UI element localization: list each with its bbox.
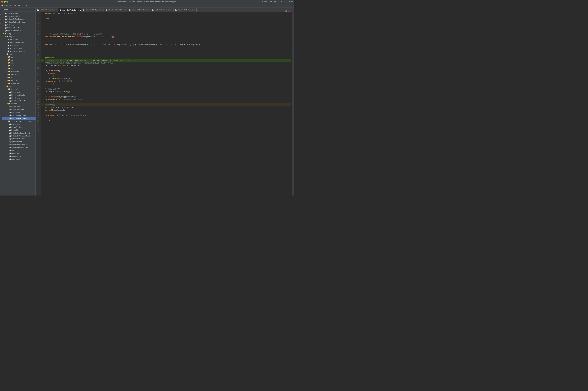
minimize-button[interactable] [4, 1, 6, 2]
tab-close-btn[interactable]: ✕ [56, 9, 57, 11]
tree-item[interactable]: ☕NettyServerHandler [2, 47, 35, 50]
sort-btn[interactable]: ↕ [21, 4, 24, 7]
tree-item-bio[interactable]: ▸ 📁 bio [2, 61, 35, 64]
tree-item[interactable]: ☕FileLock [2, 149, 35, 152]
tree-item[interactable]: ☕ByteBufferChannelRead [2, 134, 35, 137]
tree-item-directbuffer[interactable]: ▸ 📁 directbuffer [2, 70, 35, 73]
tab-nettyserverhandler[interactable]: ☕ example3/NettyServerHandler.java ✕ [127, 8, 150, 12]
project-selector[interactable]: 📁 Project ▾ [1, 4, 11, 6]
close-button[interactable] [1, 1, 3, 2]
tree-item[interactable]: ☕MyServer [2, 23, 35, 26]
project-tree[interactable]: ☕MyClientHandler ☕MyClientInitializer ☕M… [2, 12, 35, 196]
code-content[interactable]: package com.tuling.nio.example3; import … [43, 12, 292, 196]
tree-item[interactable]: ☕MyLongToByteEncoder [2, 17, 35, 20]
tree-item[interactable]: ☕NettyClient [2, 91, 35, 94]
maven-sidebar-icon[interactable]: Maven [292, 17, 294, 26]
tree-item-aio[interactable]: ▸ 📁 aio [2, 56, 35, 58]
tab-nettyserver[interactable]: ☕ example3/NettyServer.java ✕ [81, 8, 104, 12]
line-num-39: 39 [36, 111, 40, 114]
code-line-22 [45, 67, 291, 70]
tree-item[interactable]: ☕LeakDemo [2, 158, 35, 161]
tree-item[interactable]: ☕GuessTest [2, 152, 35, 155]
line-num-7: 7 [36, 28, 40, 30]
tab-nettyserverhandler2[interactable]: ☕ example3/NettyServerHandler2.java ✕ [58, 8, 81, 12]
restservices-sidebar-icon[interactable]: RestServices [292, 35, 294, 45]
tree-item[interactable]: ☕NettyClientHandler [2, 41, 35, 44]
sidebar-structure-icon[interactable]: S [0, 21, 2, 26]
tree-item[interactable]: ☕MyClientHandler [2, 12, 35, 15]
tree-item[interactable]: ☕MyClientInitializer [2, 15, 35, 17]
tree-item[interactable]: ☕NettyServer [2, 44, 35, 47]
tree-item-base[interactable]: ▸ 📁 base [2, 58, 35, 61]
tree-item[interactable]: ☕MyLongToStringDecoder [2, 20, 35, 23]
tree-item-lfdfd[interactable]: ▸ 📁 length.field.based.frame.decoder [2, 120, 35, 123]
sidebar-commit-icon[interactable]: C [0, 12, 2, 17]
tree-item[interactable]: ☕ByteBufferPut [2, 140, 35, 143]
tab-overflow-btn[interactable]: ▾ [196, 10, 199, 12]
tree-item[interactable]: ☕BufferSlice [2, 128, 35, 131]
tree-item[interactable]: ☕NettyClientHandler [2, 94, 35, 96]
settings-toolbar-btn[interactable]: ⚙ [13, 4, 17, 7]
mybatis-sidebar-icon[interactable]: MyBatis [292, 26, 294, 35]
tree-item[interactable]: ☕ByteBufferCompact [2, 137, 35, 140]
tree-item-length[interactable]: ▾ 📁 length [2, 35, 35, 38]
tree-item[interactable]: ☕ByteBufferWriteToFile [2, 146, 35, 149]
debug-button[interactable]: 🐛 [277, 0, 279, 2]
tree-item-heartbeat[interactable]: ▸ 📁 heartbeat [2, 73, 35, 76]
gutter-5 [41, 22, 43, 25]
notifications-sidebar-icon[interactable]: Notifications [292, 45, 294, 54]
tree-item-tuling[interactable]: ▾ 📁 tuling [2, 32, 35, 35]
layout-btn[interactable]: ☰ [17, 4, 21, 7]
tab-nettyclienthandler[interactable]: ☕ NettyClientHandler.java ✕ [104, 8, 127, 12]
tree-item[interactable]: ☕NettyClient [2, 38, 35, 41]
git-x: ✗ [287, 0, 288, 2]
settings-icon[interactable]: ⚙ [291, 0, 293, 2]
sidebar-project-icon[interactable]: P [0, 8, 2, 12]
tree-item[interactable]: ☕NettyServer [2, 111, 35, 114]
gutter-30 [41, 88, 43, 90]
tree-item[interactable]: ☕BufferDuplicate [2, 126, 35, 128]
code-line-15 [45, 49, 291, 51]
tree-item[interactable]: ☕NettyClient [2, 105, 35, 108]
code-editor[interactable]: 1 2 3 4 5 6 7 8 9 10 11 12 13 14 15 16 1 [36, 12, 292, 196]
pin-btn[interactable]: 📌 [25, 4, 29, 7]
tree-item-chat[interactable]: ▸ 📁 chat [2, 64, 35, 67]
gutter-11 [41, 38, 43, 41]
tree-item[interactable]: ☕NettyServerHandler [2, 114, 35, 117]
tree-item[interactable]: ☕NettyServerHandler2 [2, 50, 35, 53]
maximize-button[interactable] [6, 1, 8, 2]
tree-item[interactable]: ☕MyServerInitializer [2, 29, 35, 32]
search-everywhere-icon[interactable]: 🔍 [289, 0, 291, 2]
tab-label: nio/NettyServer.java [40, 9, 55, 11]
tab-nio-nettyserver[interactable]: ☕ nio/NettyServer.java ✕ [36, 8, 58, 12]
tree-item-nio2[interactable]: ▾ 📁 nio [2, 85, 35, 88]
tree-item[interactable]: ☕NettyClientHandler [2, 108, 35, 111]
collapse-btn[interactable]: — [29, 4, 33, 7]
right-sidebar: Database Maven MyBatis RestServices Noti… [292, 8, 294, 196]
code-line-34: throw new Exception("标记的长度不符合实际长度"); [45, 98, 291, 101]
code-line-35: } [45, 101, 291, 103]
tree-item[interactable]: ☕AcceptTest [2, 123, 35, 126]
tree-item-nettyserverhandler2[interactable]: ☕NettyServerHandler2 [2, 117, 35, 120]
tab-nio-nettyserverhandler[interactable]: ☕ nio/NettyServerHandler.java ✕ [150, 8, 174, 12]
tab-nioselectorserver[interactable]: ☕ NioSelectorServer.java ✕ [174, 8, 196, 12]
tree-item-splitpacket[interactable]: ▸ 📁 splitpacket [2, 82, 35, 85]
code-line-43 [45, 122, 291, 124]
tree-item-example3[interactable]: ▾ 📁 example3 [2, 102, 35, 105]
title-bar-right: ⎇ NettyClient (1) ▶ 🐛 Git: ✓ ✗ 🔍 ⚙ [261, 0, 293, 2]
tree-item[interactable]: ☕NettyServerHandler [2, 99, 35, 102]
tree-item[interactable]: ☕NettyServer [2, 96, 35, 99]
tree-item[interactable]: ☕MyServerHandler [2, 26, 35, 29]
tree-item-reconnect[interactable]: ▸ 📁 reconnect [2, 79, 35, 82]
sidebar-bookmarks-icon[interactable]: B [0, 17, 2, 21]
run-button[interactable]: ▶ [275, 0, 277, 2]
tree-item[interactable]: ☕IntBufferTest [2, 155, 35, 158]
database-sidebar-icon[interactable]: Database [292, 8, 294, 17]
code-line-23: if(in == null){ [45, 70, 291, 72]
tree-item-nio[interactable]: ▸ 📁 nio [2, 76, 35, 79]
tree-item[interactable]: ☕ByteBufferAllocateDirect [2, 131, 35, 134]
tree-item-codec[interactable]: ▸ 📁 codec [2, 67, 35, 70]
tree-item[interactable]: ☕ByteBufferReaderFile [2, 143, 35, 146]
tree-item-netty[interactable]: ▾ 📁 netty [2, 53, 35, 56]
tree-item-example1[interactable]: ▾ 📁 example1 [2, 88, 35, 91]
